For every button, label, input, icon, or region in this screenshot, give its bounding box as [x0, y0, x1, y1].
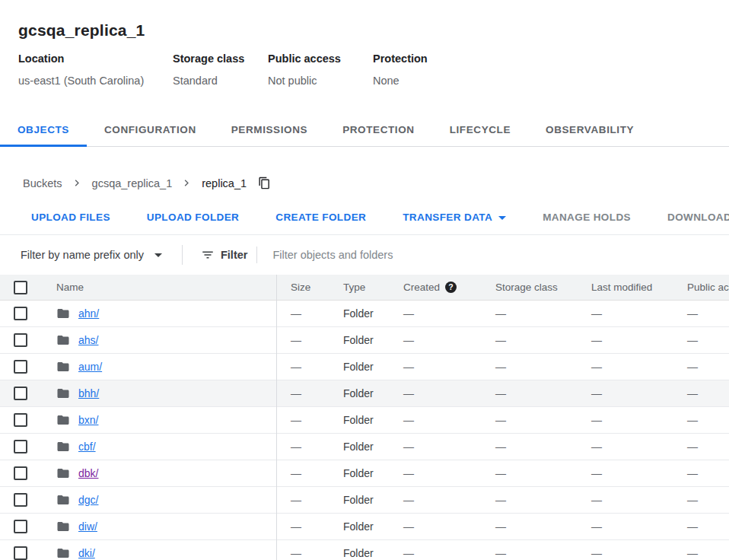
tab-permissions[interactable]: PERMISSIONS: [214, 115, 325, 147]
folder-link[interactable]: dgc/: [78, 494, 98, 506]
filter-bar: Filter by name prefix only Filter: [0, 235, 729, 275]
column-header-public-access: Public access: [687, 282, 729, 293]
cell-public-access: —: [687, 334, 729, 346]
folder-icon: [56, 307, 70, 320]
row-checkbox[interactable]: [14, 387, 27, 400]
column-header-size: Size: [276, 282, 343, 293]
cell-created: —: [403, 441, 495, 453]
cell-type: Folder: [343, 361, 403, 373]
row-checkbox[interactable]: [14, 466, 27, 480]
row-checkbox[interactable]: [14, 307, 27, 320]
folder-icon: [56, 466, 70, 480]
tab-bar: OBJECTS CONFIGURATION PERMISSIONS PROTEC…: [0, 115, 729, 147]
row-checkbox[interactable]: [14, 360, 27, 374]
folder-link[interactable]: bhh/: [78, 387, 99, 399]
breadcrumb: Buckets gcsqa_replica_1 replica_1: [0, 147, 729, 200]
tab-lifecycle[interactable]: LIFECYCLE: [432, 115, 528, 147]
table-row: diw/ — Folder — — — —: [0, 514, 729, 540]
cell-size: —: [276, 520, 343, 533]
objects-toolbar: UPLOAD FILES UPLOAD FOLDER CREATE FOLDER…: [0, 200, 729, 235]
cell-created: —: [403, 414, 495, 426]
cell-created: —: [403, 307, 495, 320]
breadcrumb-buckets[interactable]: Buckets: [23, 177, 62, 189]
dropdown-arrow-icon: [498, 216, 506, 220]
cell-type: Folder: [343, 307, 403, 320]
cell-last-modified: —: [591, 520, 687, 533]
folder-icon: [56, 413, 70, 427]
cell-storage-class: —: [495, 441, 591, 453]
row-checkbox[interactable]: [14, 413, 27, 427]
meta-public-access: Public access Not public: [268, 52, 373, 88]
folder-link[interactable]: ahs/: [78, 334, 98, 346]
cell-size: —: [276, 307, 343, 320]
table-row: dgc/ — Folder — — — —: [0, 487, 729, 514]
copy-path-button[interactable]: [256, 177, 272, 189]
tab-configuration[interactable]: CONFIGURATION: [87, 115, 214, 147]
meta-label: Public access: [268, 52, 373, 65]
folder-icon: [56, 440, 70, 453]
filter-label: Filter: [221, 249, 247, 261]
row-checkbox[interactable]: [14, 440, 27, 453]
cell-storage-class: —: [495, 387, 591, 399]
table-row: aum/ — Folder — — — —: [0, 354, 729, 380]
select-all-checkbox[interactable]: [14, 281, 27, 294]
cell-type: Folder: [343, 334, 403, 346]
help-icon[interactable]: ?: [445, 282, 457, 293]
column-header-name: Name: [43, 282, 276, 293]
folder-link[interactable]: aum/: [78, 361, 102, 373]
breadcrumb-current-folder: replica_1: [202, 177, 247, 189]
tab-observability[interactable]: OBSERVABILITY: [528, 115, 651, 147]
chevron-right-icon: [180, 177, 193, 189]
folder-link[interactable]: dbk/: [78, 467, 98, 479]
column-header-type: Type: [343, 282, 403, 293]
download-button[interactable]: DOWNLOAD: [658, 205, 729, 231]
bucket-header: gcsqa_replica_1 Location us-east1 (South…: [0, 0, 729, 88]
bucket-meta: Location us-east1 (South Carolina) Stora…: [18, 52, 711, 88]
table-row: bxn/ — Folder — — — —: [0, 407, 729, 434]
folder-link[interactable]: diw/: [78, 520, 97, 533]
breadcrumb-bucket-name[interactable]: gcsqa_replica_1: [92, 177, 173, 189]
upload-files-button[interactable]: UPLOAD FILES: [22, 205, 119, 231]
cell-size: —: [276, 494, 343, 506]
meta-storage-class: Storage class Standard: [173, 52, 268, 88]
cell-public-access: —: [687, 547, 729, 559]
tab-protection[interactable]: PROTECTION: [325, 115, 432, 147]
column-header-storage-class: Storage class: [495, 282, 591, 293]
cell-last-modified: —: [591, 547, 687, 559]
divider: [182, 245, 183, 265]
cell-storage-class: —: [495, 494, 591, 506]
folder-link[interactable]: cbf/: [78, 441, 96, 453]
cell-type: Folder: [343, 441, 403, 453]
cell-created: —: [403, 387, 495, 399]
meta-protection: Protection None: [373, 52, 711, 88]
cell-last-modified: —: [591, 307, 687, 320]
row-checkbox[interactable]: [14, 493, 27, 507]
folder-icon: [56, 546, 70, 560]
filter-list-icon: [201, 248, 215, 262]
row-checkbox[interactable]: [14, 520, 27, 533]
folder-icon: [56, 520, 70, 533]
transfer-data-button[interactable]: TRANSFER DATA: [393, 205, 515, 231]
filter-scope-dropdown[interactable]: Filter by name prefix only: [21, 249, 162, 261]
folder-icon: [56, 333, 70, 347]
folder-link[interactable]: ahn/: [78, 307, 99, 320]
cell-size: —: [276, 441, 343, 453]
upload-folder-button[interactable]: UPLOAD FOLDER: [138, 205, 248, 231]
folder-link[interactable]: bxn/: [78, 414, 98, 426]
folder-link[interactable]: dki/: [78, 547, 95, 559]
table-row: cbf/ — Folder — — — —: [0, 434, 729, 460]
cell-last-modified: —: [591, 414, 687, 426]
table-row: dbk/ — Folder — — — —: [0, 460, 729, 487]
meta-value: None: [373, 74, 711, 88]
cell-storage-class: —: [495, 361, 591, 373]
row-checkbox[interactable]: [14, 546, 27, 560]
create-folder-button[interactable]: CREATE FOLDER: [266, 205, 375, 231]
manage-holds-button[interactable]: MANAGE HOLDS: [533, 205, 640, 231]
dropdown-arrow-icon: [154, 253, 162, 257]
filter-input[interactable]: [271, 248, 717, 262]
cell-size: —: [276, 334, 343, 346]
row-checkbox[interactable]: [14, 333, 27, 347]
tab-objects[interactable]: OBJECTS: [0, 115, 87, 147]
folder-icon: [56, 387, 70, 400]
bucket-details-page: gcsqa_replica_1 Location us-east1 (South…: [0, 0, 729, 560]
